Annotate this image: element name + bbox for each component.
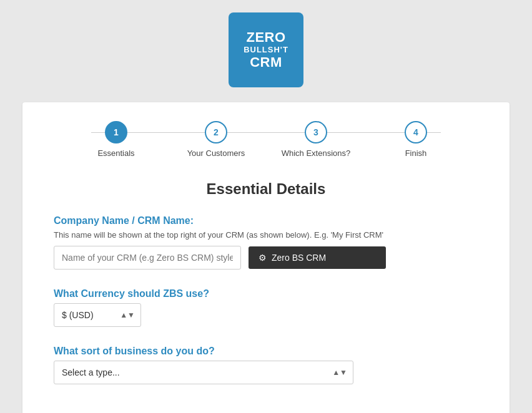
preview-text: Zero BS CRM — [272, 253, 326, 263]
logo-line3: CRM — [244, 54, 288, 70]
currency-select[interactable]: $ (USD) £ (GBP) € (EUR) ¥ (JPY) — [54, 303, 141, 327]
logo-container: ZERO BULLSH'T CRM — [229, 12, 303, 87]
step-4-number: 4 — [413, 127, 418, 137]
step-2: 2 Your Customers — [166, 121, 266, 158]
step-4: 4 Finish — [366, 121, 466, 158]
logo-text: ZERO BULLSH'T CRM — [244, 29, 288, 70]
company-name-preview: ⚙ Zero BS CRM — [249, 246, 386, 269]
step-3-number: 3 — [313, 127, 318, 137]
step-1-circle[interactable]: 1 — [105, 121, 127, 143]
main-card: 1 Essentials 2 Your Customers 3 Which Ex… — [22, 102, 510, 413]
step-4-circle[interactable]: 4 — [405, 121, 427, 143]
currency-field-group: What Currency should ZBS use? $ (USD) £ … — [54, 288, 478, 327]
step-1-label: Essentials — [97, 148, 134, 158]
step-3: 3 Which Extensions? — [266, 121, 366, 158]
step-2-number: 2 — [214, 127, 219, 137]
company-name-input-row: ⚙ Zero BS CRM — [54, 246, 478, 270]
company-name-input[interactable] — [54, 246, 241, 270]
logo-box: ZERO BULLSH'T CRM — [229, 12, 303, 87]
business-type-select[interactable]: Select a type... Freelancer Agency E-com… — [54, 361, 353, 384]
business-type-label: What sort of business do you do? — [54, 346, 478, 357]
company-name-label: Company Name / CRM Name: — [54, 215, 478, 226]
step-1: 1 Essentials — [66, 121, 166, 158]
logo-line2: BULLSH'T — [244, 46, 288, 55]
step-1-number: 1 — [114, 127, 119, 137]
currency-select-wrapper: $ (USD) £ (GBP) € (EUR) ¥ (JPY) ▲▼ — [54, 303, 141, 327]
logo-line1: ZERO — [244, 29, 288, 45]
step-3-circle[interactable]: 3 — [305, 121, 327, 143]
section-title: Essential Details — [54, 180, 478, 198]
step-2-circle[interactable]: 2 — [205, 121, 227, 143]
preview-icon: ⚙ — [259, 253, 267, 263]
company-name-description: This name will be shown at the top right… — [54, 230, 478, 240]
currency-label: What Currency should ZBS use? — [54, 288, 478, 299]
step-2-label: Your Customers — [187, 148, 245, 158]
company-name-field-group: Company Name / CRM Name: This name will … — [54, 215, 478, 270]
page-wrapper: ZERO BULLSH'T CRM 1 Essentials 2 Your Cu… — [0, 0, 532, 413]
business-type-select-wrapper: Select a type... Freelancer Agency E-com… — [54, 361, 353, 384]
steps-container: 1 Essentials 2 Your Customers 3 Which Ex… — [54, 121, 478, 158]
business-type-field-group: What sort of business do you do? Select … — [54, 346, 478, 384]
step-3-label: Which Extensions? — [282, 148, 351, 158]
step-4-label: Finish — [405, 148, 427, 158]
